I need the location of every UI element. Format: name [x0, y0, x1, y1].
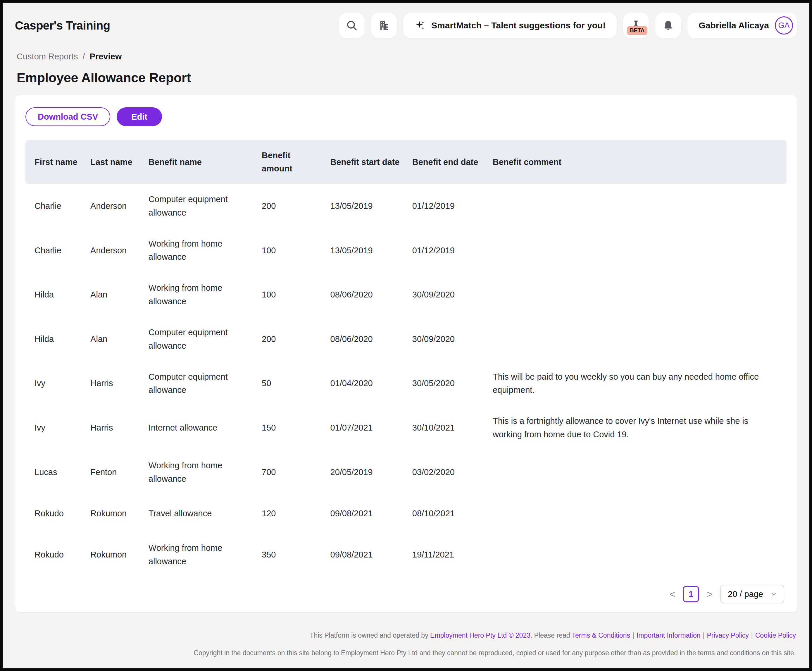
column-header-benefit-end-date: Benefit end date — [412, 156, 493, 169]
cell-last-name: Alan — [90, 332, 149, 346]
table-row: RokudoRokumonWorking from home allowance… — [25, 533, 787, 577]
cell-benefit-name: Working from home allowance — [149, 459, 262, 486]
cell-benefit-end-date: 30/05/2020 — [412, 377, 493, 390]
smartmatch-button[interactable]: SmartMatch – Talent suggestions for you! — [403, 13, 617, 38]
user-menu-button[interactable]: Gabriella Alicaya GA — [688, 13, 797, 38]
cell-last-name: Fenton — [90, 466, 149, 479]
column-header-benefit-amount: Benefit amount — [262, 149, 330, 175]
cell-benefit-name: Computer equipment allowance — [149, 370, 262, 397]
footer: This Platform is owned and operated by E… — [15, 631, 797, 657]
toolbar: Download CSV Edit — [25, 107, 787, 126]
chevron-down-icon — [770, 591, 777, 598]
next-page-button[interactable]: > — [707, 589, 713, 599]
cell-first-name: Charlie — [34, 244, 90, 257]
cell-benefit-end-date: 08/10/2021 — [412, 507, 493, 520]
column-header-first-name: First name — [34, 156, 90, 169]
table-row: CharlieAndersonComputer equipment allowa… — [25, 184, 787, 228]
cell-benefit-start-date: 13/05/2019 — [330, 244, 412, 257]
cell-benefit-end-date: 19/11/2021 — [412, 548, 493, 562]
pagination: < 1 > 20 / page — [25, 585, 787, 603]
important-information-link[interactable]: Important Information — [637, 632, 701, 639]
table-header-row: First name Last name Benefit name Benefi… — [25, 140, 787, 184]
top-bar: Casper's Training — [15, 12, 797, 39]
cell-benefit-name: Computer equipment allowance — [149, 326, 262, 353]
notifications-button[interactable] — [655, 13, 681, 38]
footer-pipe: | — [749, 632, 755, 639]
footer-pipe: | — [701, 632, 707, 639]
table-row: IvyHarrisComputer equipment allowance500… — [25, 361, 787, 406]
cell-benefit-start-date: 09/08/2021 — [330, 507, 412, 520]
organisation-button[interactable] — [371, 13, 397, 38]
column-header-last-name: Last name — [90, 156, 149, 169]
footer-copyright-line: Copyright in the documents on this site … — [15, 648, 796, 657]
cell-last-name: Alan — [90, 288, 149, 301]
cell-benefit-amount: 350 — [262, 548, 330, 562]
cell-benefit-amount: 200 — [262, 332, 330, 346]
cell-first-name: Hilda — [34, 288, 90, 301]
cell-benefit-start-date: 01/07/2021 — [330, 421, 412, 435]
breadcrumb-preview: Preview — [90, 52, 122, 61]
cell-benefit-end-date: 01/12/2019 — [412, 244, 493, 257]
footer-text-prefix: This Platform is owned and operated by — [310, 632, 430, 639]
cell-benefit-end-date: 30/09/2020 — [412, 332, 493, 346]
cell-last-name: Rokumon — [90, 548, 149, 562]
cell-benefit-start-date: 09/08/2021 — [330, 548, 412, 562]
cell-benefit-amount: 100 — [262, 288, 330, 301]
breadcrumb: Custom Reports / Preview — [17, 52, 797, 61]
table-row: LucasFentonWorking from home allowance70… — [25, 450, 787, 495]
cell-benefit-amount: 50 — [262, 377, 330, 390]
current-page-button[interactable]: 1 — [683, 586, 699, 602]
breadcrumb-separator: / — [83, 52, 85, 61]
beta-badge: BETA — [627, 26, 647, 35]
privacy-policy-link[interactable]: Privacy Policy — [707, 632, 749, 639]
cell-benefit-end-date: 01/12/2019 — [412, 199, 493, 213]
cell-benefit-comment: This will be paid to you weekly so you c… — [493, 370, 780, 397]
screen: Casper's Training — [3, 3, 809, 668]
table-row: HildaAlanComputer equipment allowance200… — [25, 317, 787, 361]
report-card: Download CSV Edit First name Last name B… — [15, 95, 797, 613]
cell-benefit-name: Working from home allowance — [149, 281, 262, 308]
edit-button[interactable]: Edit — [117, 107, 162, 126]
cell-benefit-amount: 150 — [262, 421, 330, 435]
cell-last-name: Harris — [90, 377, 149, 390]
labs-button[interactable]: BETA — [623, 13, 649, 38]
table-row: HildaAlanWorking from home allowance1000… — [25, 272, 787, 317]
cell-benefit-amount: 100 — [262, 244, 330, 257]
table-row: CharlieAndersonWorking from home allowan… — [25, 228, 787, 273]
prev-page-button[interactable]: < — [669, 589, 675, 599]
column-header-benefit-start-date: Benefit start date — [330, 156, 412, 169]
terms-link[interactable]: Terms & Conditions — [572, 632, 630, 639]
page-size-select[interactable]: 20 / page — [720, 585, 784, 603]
cell-benefit-start-date: 08/06/2020 — [330, 288, 412, 301]
cell-benefit-end-date: 30/09/2020 — [412, 288, 493, 301]
cell-benefit-start-date: 13/05/2019 — [330, 199, 412, 213]
cell-benefit-name: Travel allowance — [149, 507, 262, 520]
column-header-benefit-name: Benefit name — [149, 156, 262, 169]
building-icon — [378, 19, 390, 32]
table-row: RokudoRokumonTravel allowance12009/08/20… — [25, 494, 787, 533]
sparkle-icon — [414, 20, 425, 31]
smartmatch-label: SmartMatch – Talent suggestions for you! — [431, 20, 606, 31]
cell-first-name: Ivy — [34, 421, 90, 435]
footer-pipe: | — [630, 632, 637, 639]
download-csv-button[interactable]: Download CSV — [25, 107, 110, 126]
page-title: Employee Allowance Report — [17, 70, 797, 85]
table-body: CharlieAndersonComputer equipment allowa… — [25, 184, 787, 577]
operator-link[interactable]: Employment Hero Pty Ltd © 2023 — [430, 632, 530, 639]
cell-benefit-start-date: 08/06/2020 — [330, 332, 412, 346]
cell-benefit-amount: 200 — [262, 199, 330, 213]
breadcrumb-custom-reports[interactable]: Custom Reports — [17, 52, 78, 61]
user-name: Gabriella Alicaya — [698, 20, 769, 31]
cell-benefit-amount: 700 — [262, 466, 330, 479]
bell-icon — [662, 19, 674, 32]
cell-first-name: Rokudo — [34, 507, 90, 520]
report-table: First name Last name Benefit name Benefi… — [25, 140, 787, 577]
avatar: GA — [775, 16, 793, 34]
cell-benefit-name: Computer equipment allowance — [149, 193, 262, 220]
cookie-policy-link[interactable]: Cookie Policy — [755, 632, 796, 639]
org-title: Casper's Training — [15, 19, 110, 32]
cell-first-name: Rokudo — [34, 548, 90, 562]
search-icon — [346, 19, 358, 32]
search-button[interactable] — [339, 13, 365, 38]
footer-text-middle: . Please read — [530, 632, 572, 639]
